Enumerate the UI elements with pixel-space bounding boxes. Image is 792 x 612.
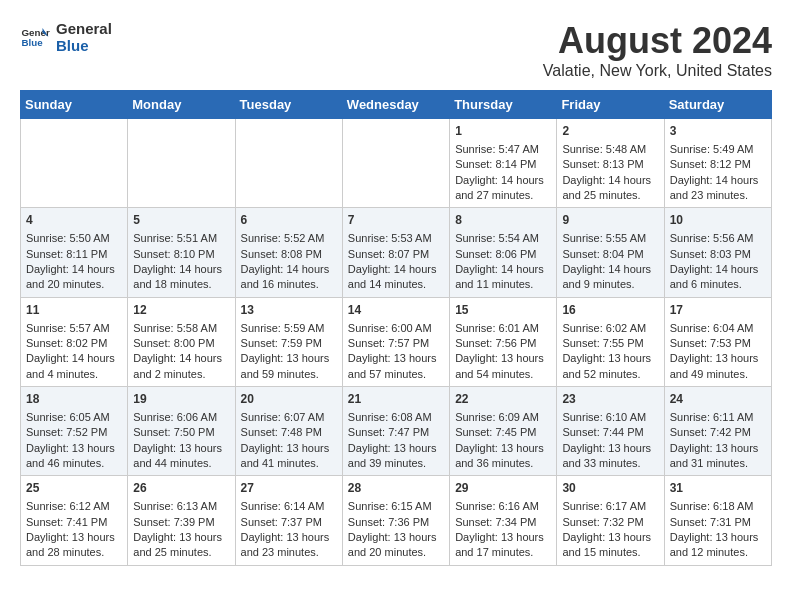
day-number: 4 (26, 212, 122, 229)
cell-content: Daylight: 13 hours (26, 530, 122, 545)
cell-content: and 36 minutes. (455, 456, 551, 471)
day-number: 16 (562, 302, 658, 319)
cell-content: and 20 minutes. (348, 545, 444, 560)
day-number: 23 (562, 391, 658, 408)
cell-content: and 15 minutes. (562, 545, 658, 560)
cell-content: Daylight: 14 hours (670, 262, 766, 277)
cell-content: Daylight: 13 hours (455, 530, 551, 545)
day-number: 25 (26, 480, 122, 497)
calendar-cell: 9Sunrise: 5:55 AMSunset: 8:04 PMDaylight… (557, 208, 664, 297)
cell-content: Sunrise: 6:11 AM (670, 410, 766, 425)
calendar-cell (235, 119, 342, 208)
svg-text:Blue: Blue (22, 37, 44, 48)
cell-content: and 28 minutes. (26, 545, 122, 560)
calendar-cell: 14Sunrise: 6:00 AMSunset: 7:57 PMDayligh… (342, 297, 449, 386)
calendar-cell: 17Sunrise: 6:04 AMSunset: 7:53 PMDayligh… (664, 297, 771, 386)
calendar-cell (342, 119, 449, 208)
title-area: August 2024 Valatie, New York, United St… (543, 20, 772, 80)
cell-content: Daylight: 14 hours (348, 262, 444, 277)
cell-content: Daylight: 13 hours (670, 441, 766, 456)
day-number: 22 (455, 391, 551, 408)
cell-content: and 46 minutes. (26, 456, 122, 471)
cell-content: and 23 minutes. (241, 545, 337, 560)
cell-content: Sunset: 7:55 PM (562, 336, 658, 351)
cell-content: Daylight: 14 hours (26, 262, 122, 277)
cell-content: Sunrise: 6:12 AM (26, 499, 122, 514)
cell-content: and 52 minutes. (562, 367, 658, 382)
cell-content: and 2 minutes. (133, 367, 229, 382)
calendar-cell: 19Sunrise: 6:06 AMSunset: 7:50 PMDayligh… (128, 387, 235, 476)
day-number: 12 (133, 302, 229, 319)
cell-content: and 44 minutes. (133, 456, 229, 471)
cell-content: Sunset: 8:07 PM (348, 247, 444, 262)
cell-content: Sunrise: 6:05 AM (26, 410, 122, 425)
cell-content: Daylight: 14 hours (133, 262, 229, 277)
calendar-cell: 13Sunrise: 5:59 AMSunset: 7:59 PMDayligh… (235, 297, 342, 386)
calendar-cell: 11Sunrise: 5:57 AMSunset: 8:02 PMDayligh… (21, 297, 128, 386)
cell-content: Sunset: 8:10 PM (133, 247, 229, 262)
cell-content: Sunrise: 6:15 AM (348, 499, 444, 514)
cell-content: Sunrise: 5:48 AM (562, 142, 658, 157)
calendar-cell: 21Sunrise: 6:08 AMSunset: 7:47 PMDayligh… (342, 387, 449, 476)
calendar-cell: 6Sunrise: 5:52 AMSunset: 8:08 PMDaylight… (235, 208, 342, 297)
cell-content: Daylight: 13 hours (562, 351, 658, 366)
cell-content: Sunset: 7:45 PM (455, 425, 551, 440)
cell-content: and 57 minutes. (348, 367, 444, 382)
calendar-week-row: 18Sunrise: 6:05 AMSunset: 7:52 PMDayligh… (21, 387, 772, 476)
cell-content: Sunrise: 6:17 AM (562, 499, 658, 514)
day-number: 6 (241, 212, 337, 229)
cell-content: Daylight: 13 hours (348, 351, 444, 366)
cell-content: Sunrise: 6:09 AM (455, 410, 551, 425)
cell-content: Daylight: 13 hours (241, 530, 337, 545)
day-number: 9 (562, 212, 658, 229)
day-number: 20 (241, 391, 337, 408)
day-number: 19 (133, 391, 229, 408)
cell-content: Sunset: 7:47 PM (348, 425, 444, 440)
cell-content: Sunset: 8:08 PM (241, 247, 337, 262)
cell-content: Sunset: 7:36 PM (348, 515, 444, 530)
calendar-header-row: SundayMondayTuesdayWednesdayThursdayFrid… (21, 91, 772, 119)
cell-content: Sunset: 8:03 PM (670, 247, 766, 262)
cell-content: Daylight: 13 hours (133, 530, 229, 545)
cell-content: Sunrise: 6:06 AM (133, 410, 229, 425)
cell-content: Sunset: 8:02 PM (26, 336, 122, 351)
day-number: 10 (670, 212, 766, 229)
cell-content: and 20 minutes. (26, 277, 122, 292)
cell-content: Sunset: 8:12 PM (670, 157, 766, 172)
cell-content: Daylight: 14 hours (26, 351, 122, 366)
header-day-sunday: Sunday (21, 91, 128, 119)
calendar-cell: 28Sunrise: 6:15 AMSunset: 7:36 PMDayligh… (342, 476, 449, 565)
calendar-cell: 10Sunrise: 5:56 AMSunset: 8:03 PMDayligh… (664, 208, 771, 297)
cell-content: Daylight: 14 hours (562, 173, 658, 188)
cell-content: Sunrise: 5:56 AM (670, 231, 766, 246)
day-number: 5 (133, 212, 229, 229)
cell-content: Sunset: 7:57 PM (348, 336, 444, 351)
calendar-cell (128, 119, 235, 208)
cell-content: Daylight: 13 hours (241, 441, 337, 456)
calendar-cell: 3Sunrise: 5:49 AMSunset: 8:12 PMDaylight… (664, 119, 771, 208)
svg-text:General: General (22, 27, 51, 38)
cell-content: Sunrise: 5:58 AM (133, 321, 229, 336)
logo-icon: General Blue (20, 22, 50, 52)
calendar-cell: 26Sunrise: 6:13 AMSunset: 7:39 PMDayligh… (128, 476, 235, 565)
cell-content: Sunset: 8:11 PM (26, 247, 122, 262)
cell-content: Sunset: 7:31 PM (670, 515, 766, 530)
cell-content: Sunset: 7:34 PM (455, 515, 551, 530)
day-number: 17 (670, 302, 766, 319)
cell-content: and 31 minutes. (670, 456, 766, 471)
cell-content: and 41 minutes. (241, 456, 337, 471)
calendar-cell: 7Sunrise: 5:53 AMSunset: 8:07 PMDaylight… (342, 208, 449, 297)
cell-content: Sunrise: 6:00 AM (348, 321, 444, 336)
calendar-cell: 27Sunrise: 6:14 AMSunset: 7:37 PMDayligh… (235, 476, 342, 565)
cell-content: Sunset: 8:00 PM (133, 336, 229, 351)
calendar-cell: 8Sunrise: 5:54 AMSunset: 8:06 PMDaylight… (450, 208, 557, 297)
calendar-cell: 25Sunrise: 6:12 AMSunset: 7:41 PMDayligh… (21, 476, 128, 565)
cell-content: and 9 minutes. (562, 277, 658, 292)
cell-content: Daylight: 13 hours (562, 530, 658, 545)
cell-content: Sunrise: 5:57 AM (26, 321, 122, 336)
cell-content: and 17 minutes. (455, 545, 551, 560)
cell-content: Daylight: 13 hours (455, 351, 551, 366)
cell-content: Sunrise: 6:18 AM (670, 499, 766, 514)
cell-content: Sunset: 7:48 PM (241, 425, 337, 440)
cell-content: Daylight: 14 hours (455, 262, 551, 277)
